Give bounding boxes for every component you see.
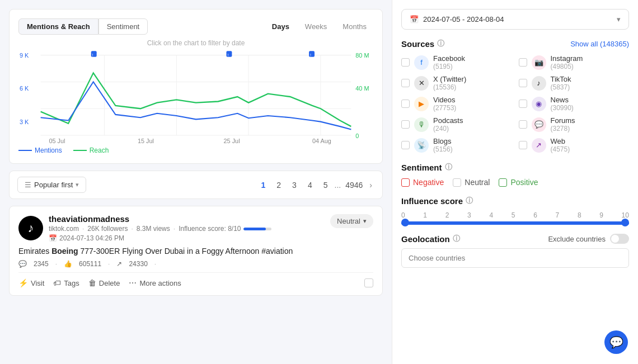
post-stats: 💬 2345 · 👍 605111 · ↗ 24330 · [18, 260, 373, 268]
source-checkbox-tiktok[interactable] [519, 79, 527, 87]
period-weeks[interactable]: Weeks [298, 20, 334, 34]
sentiment-negative[interactable]: Negative [401, 178, 444, 187]
chevron-down-icon: ▾ [617, 15, 621, 23]
show-all-button[interactable]: Show all (148365) [570, 40, 629, 48]
facebook-icon: f [414, 55, 429, 70]
page-3[interactable]: 3 [288, 178, 301, 192]
like-icon: 👍 [64, 260, 72, 268]
period-tabs: Days Weeks Months [265, 20, 373, 34]
source-name-twitter: X (Twitter) [433, 75, 466, 83]
more-actions-button[interactable]: ⋯ More actions [129, 278, 181, 287]
sentiment-positive[interactable]: Positive [499, 178, 538, 187]
influence-score-title: Influence score ⓘ [401, 196, 629, 206]
source-name-videos: Videos [433, 96, 456, 104]
source-checkbox-web[interactable] [519, 141, 527, 149]
tag-icon: 🏷 [53, 278, 61, 287]
instagram-icon: 📷 [532, 55, 546, 70]
tab-mentions-reach[interactable]: Mentions & Reach [18, 18, 98, 35]
forums-icon: 💬 [532, 117, 546, 132]
source-instagram: 📷 Instagram (49805) [519, 54, 630, 70]
svg-text:0: 0 [355, 133, 359, 139]
avatar: ♪ [18, 216, 43, 240]
svg-text:15 Jul: 15 Jul [138, 138, 154, 144]
period-months[interactable]: Months [336, 20, 373, 34]
sources-header: Sources ⓘ Show all (148365) [401, 39, 629, 49]
date-value: 2024-07-13 04:26 PM [59, 234, 124, 242]
visit-button[interactable]: ⚡ Visit [18, 278, 44, 287]
stat-likes: 605111 [79, 260, 101, 268]
source-facebook: f Facebook (5195) [401, 54, 512, 70]
post-card: ♪ theaviationmadness tiktok.com · 26K fo… [9, 206, 383, 296]
page-2[interactable]: 2 [272, 178, 285, 192]
source-checkbox-facebook[interactable] [401, 58, 410, 67]
source-checkbox-instagram[interactable] [519, 58, 527, 67]
slider-fill [401, 221, 629, 225]
source-count-tiktok: (5837) [551, 83, 571, 91]
content-bold: Boeing [51, 247, 78, 256]
chart-area[interactable]: 9 K 6 K 3 K 80 M 40 M 0 [18, 49, 373, 144]
source-podcasts: 🎙 Podcasts (240) [401, 116, 512, 133]
period-days[interactable]: Days [265, 20, 296, 34]
source-count-instagram: (49805) [551, 63, 583, 70]
sentiment-neutral[interactable]: Neutral [453, 178, 490, 187]
stat-comments: 2345 [34, 260, 49, 268]
post-date: 📅 2024-07-13 04:26 PM [49, 234, 271, 242]
country-search-input[interactable] [401, 248, 629, 268]
blogs-icon: 📡 [414, 138, 429, 153]
source-checkbox-news[interactable] [519, 100, 527, 108]
sources-info-icon[interactable]: ⓘ [437, 39, 444, 49]
podcasts-icon: 🎙 [414, 117, 429, 132]
post-actions: ⚡ Visit 🏷 Tags 🗑 Delete ⋯ More actions [18, 272, 373, 287]
date-range-value: 2024-07-05 - 2024-08-04 [423, 15, 504, 23]
svg-text:6 K: 6 K [20, 85, 29, 92]
sort-icon: ☰ [25, 181, 31, 189]
trash-icon: 🗑 [88, 278, 96, 287]
sentiment-info-icon[interactable]: ⓘ [445, 162, 452, 172]
svg-text:!: ! [227, 53, 228, 58]
page-4[interactable]: 4 [303, 178, 317, 192]
chat-bubble[interactable]: 💬 [604, 330, 628, 354]
page-last[interactable]: 4946 [343, 178, 365, 192]
date-picker[interactable]: 📅 2024-07-05 - 2024-08-04 ▾ [401, 9, 629, 30]
next-page-arrow[interactable]: › [367, 178, 374, 192]
source-checkbox-forums[interactable] [519, 120, 527, 129]
exclude-toggle[interactable] [610, 234, 629, 244]
slider-thumb-left[interactable] [401, 219, 409, 226]
post-select-checkbox[interactable] [364, 278, 373, 287]
source-checkbox-blogs[interactable] [401, 141, 410, 149]
videos-icon: ▶ [414, 97, 429, 111]
tags-button[interactable]: 🏷 Tags [53, 278, 79, 287]
meta-followers: 26K followers [87, 225, 128, 233]
sentiment-positive-checkbox[interactable] [499, 178, 507, 187]
tiktok-platform-icon: ♪ [28, 221, 34, 235]
svg-text:80 M: 80 M [355, 52, 369, 59]
source-twitter: ✕ X (Twitter) (15536) [401, 75, 512, 91]
influence-info-icon[interactable]: ⓘ [466, 196, 473, 206]
source-checkbox-podcasts[interactable] [401, 120, 410, 129]
comment-icon: 💬 [18, 260, 27, 268]
influence-bar-fill [243, 228, 266, 230]
source-checkbox-videos[interactable] [401, 100, 410, 108]
delete-button[interactable]: 🗑 Delete [88, 278, 120, 287]
sentiment-negative-label: Negative [413, 178, 444, 187]
sort-button[interactable]: ☰ Popular first ▾ [17, 177, 86, 193]
sentiment-neutral-checkbox[interactable] [453, 178, 461, 187]
page-1[interactable]: 1 [257, 178, 270, 192]
sentiment-negative-checkbox[interactable] [401, 178, 410, 187]
sentiment-badge[interactable]: Neutral ▾ [330, 214, 373, 228]
left-panel: Mentions & Reach Sentiment Days Weeks Mo… [0, 0, 392, 364]
sort-label: Popular first [34, 181, 73, 189]
chart-header: Mentions & Reach Sentiment Days Weeks Mo… [18, 18, 373, 35]
slider-thumb-right[interactable] [621, 219, 629, 226]
page-5[interactable]: 5 [319, 178, 332, 192]
tab-sentiment[interactable]: Sentiment [98, 18, 148, 35]
chevron-down-icon: ▾ [76, 181, 79, 188]
geolocation-info-icon[interactable]: ⓘ [453, 234, 460, 244]
source-checkbox-twitter[interactable] [401, 79, 410, 87]
source-name-blogs: Blogs [433, 137, 453, 145]
source-news: ◉ News (30990) [519, 96, 630, 112]
date-picker-value-row: 📅 2024-07-05 - 2024-08-04 [410, 15, 504, 23]
sentiment-label: Neutral [337, 217, 360, 225]
news-icon: ◉ [532, 97, 546, 111]
slider-track[interactable] [401, 221, 629, 225]
